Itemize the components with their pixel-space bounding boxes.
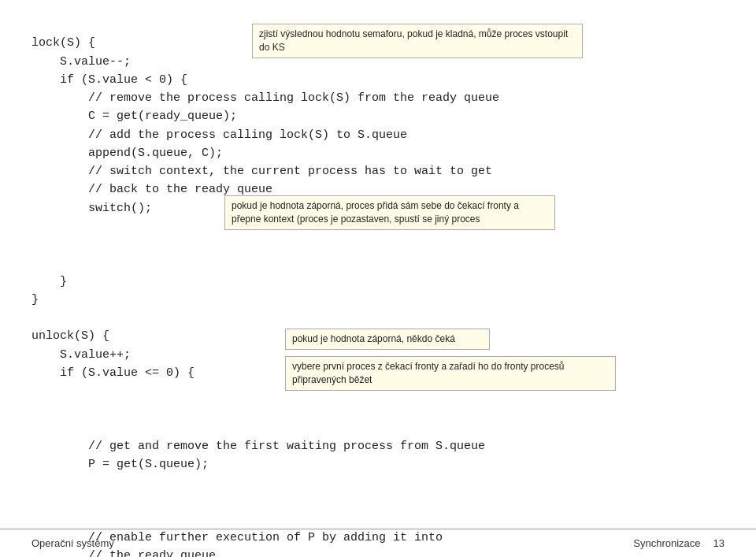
code-line-8: // switch context, the current process h… [32, 165, 492, 178]
code-line-16: // get and remove the first waiting proc… [32, 440, 485, 453]
code-line-3: if (S.value < 0) { [32, 73, 187, 87]
code-block: lock(S) { S.value--; if (S.value < 0) { … [32, 16, 724, 557]
code-line-blank [32, 311, 39, 325]
footer-left: Operační systémy [32, 537, 114, 549]
code-line-1: lock(S) { [32, 36, 95, 50]
page-content: zjistí výslednou hodnotu semaforu, pokud… [0, 0, 756, 557]
tooltip-4-text: vybere první proces z čekací fronty a za… [292, 361, 565, 385]
code-line-13: unlock(S) { [32, 329, 109, 343]
footer-sync-label: Synchronizace [633, 537, 700, 549]
tooltip-3-text: pokud je hodnota záporná, někdo čeká [292, 333, 455, 344]
code-line-17: P = get(S.queue); [32, 458, 209, 471]
code-line-9: // back to the ready queue [32, 183, 272, 196]
tooltip-4: vybere první proces z čekací fronty a za… [285, 356, 616, 391]
tooltip-2: pokud je hodnota záporná, proces přidá s… [224, 195, 555, 230]
tooltip-1: zjistí výslednou hodnotu semaforu, pokud… [252, 24, 583, 58]
tooltip-1-text: zjistí výslednou hodnotu semaforu, pokud… [259, 28, 568, 53]
code-line-4: // remove the process calling lock(S) fr… [32, 91, 499, 105]
code-line-12: } [32, 293, 39, 306]
code-line-15: if (S.value <= 0) { [32, 366, 195, 380]
tooltip-3: pokud je hodnota záporná, někdo čeká [285, 329, 490, 350]
code-line-7: append(S.queue, C); [32, 147, 223, 160]
code-line-10: switch(); [32, 202, 152, 215]
tooltip-2-text: pokud je hodnota záporná, proces přidá s… [232, 200, 519, 225]
code-line-11: } [32, 275, 67, 288]
footer: Operační systémy Synchronizace 13 [0, 529, 756, 557]
code-line-14: S.value++; [32, 348, 131, 362]
code-line-2: S.value--; [32, 55, 131, 69]
footer-page-number: 13 [713, 537, 724, 549]
footer-right: Synchronizace 13 [633, 537, 724, 549]
code-line-5: C = get(ready_queue); [32, 110, 237, 123]
code-line-6: // add the process calling lock(S) to S.… [32, 128, 407, 142]
